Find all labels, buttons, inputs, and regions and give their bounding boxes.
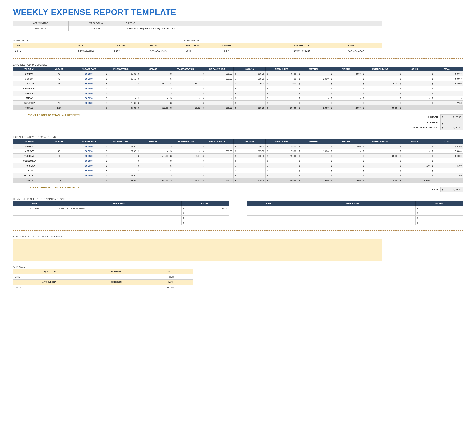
mileage-cell[interactable]: 0: [45, 154, 73, 159]
other-cell[interactable]: 45.00: [398, 163, 431, 168]
item-amount[interactable]: -: [181, 211, 229, 215]
other-cell[interactable]: -: [398, 72, 431, 76]
other-cell[interactable]: -: [398, 168, 431, 173]
item-desc[interactable]: [290, 211, 415, 215]
lodg-cell[interactable]: 165.00: [233, 149, 266, 154]
mileage-cell[interactable]: [45, 86, 73, 91]
meals-cell[interactable]: 120.00: [266, 154, 298, 159]
rental-cell[interactable]: -: [201, 96, 233, 101]
lodg-cell[interactable]: -: [233, 91, 266, 96]
week-start-value[interactable]: MM/DD/YY: [13, 26, 68, 31]
air-cell[interactable]: -: [137, 168, 169, 173]
park-cell[interactable]: -: [330, 173, 362, 178]
park-cell[interactable]: -: [330, 86, 362, 91]
trans-cell[interactable]: -: [169, 159, 201, 163]
mileage-cell[interactable]: 40: [45, 101, 73, 105]
meals-cell[interactable]: -: [266, 163, 298, 168]
supp-cell[interactable]: -: [298, 163, 330, 168]
title-value[interactable]: Sales Associate: [76, 48, 112, 53]
requested-by-name[interactable]: Bert D.: [13, 274, 85, 280]
lodg-cell[interactable]: 165.00: [233, 76, 266, 81]
park-cell[interactable]: -: [330, 81, 362, 86]
rental-cell[interactable]: -: [201, 91, 233, 96]
park-cell[interactable]: -: [330, 76, 362, 81]
rental-cell[interactable]: -: [201, 159, 233, 163]
park-cell[interactable]: -: [330, 168, 362, 173]
lodg-cell[interactable]: 200.00: [233, 154, 266, 159]
rental-cell[interactable]: -: [201, 86, 233, 91]
park-cell[interactable]: -: [330, 91, 362, 96]
item-desc[interactable]: [290, 221, 415, 225]
ent-cell[interactable]: -: [362, 163, 399, 168]
lodg-cell[interactable]: -: [233, 173, 266, 178]
phone-value[interactable]: XXX-XXX-XXXX: [148, 48, 184, 53]
ent-cell[interactable]: -: [362, 159, 399, 163]
park-cell[interactable]: -: [330, 101, 362, 105]
lodg-cell[interactable]: 150.00: [233, 72, 266, 76]
trans-cell[interactable]: -: [169, 86, 201, 91]
other-cell[interactable]: -: [398, 154, 431, 159]
meals-cell[interactable]: -: [266, 173, 298, 178]
rental-cell[interactable]: -: [201, 168, 233, 173]
lodg-cell[interactable]: -: [233, 96, 266, 101]
mileage-cell[interactable]: [45, 163, 73, 168]
other-cell[interactable]: -: [398, 81, 431, 86]
purpose-value[interactable]: Presentation and proposal delivery of Pr…: [124, 26, 382, 31]
trans-cell[interactable]: -: [169, 144, 201, 149]
meals-cell[interactable]: -: [266, 159, 298, 163]
item-date[interactable]: [13, 221, 56, 225]
mileage-cell[interactable]: 40: [45, 173, 73, 178]
meals-cell[interactable]: 73.00: [266, 76, 298, 81]
ent-cell[interactable]: -: [362, 144, 399, 149]
lodg-cell[interactable]: -: [233, 163, 266, 168]
ent-cell[interactable]: -: [362, 72, 399, 76]
rental-cell[interactable]: 300.00: [201, 72, 233, 76]
supp-cell[interactable]: -: [298, 159, 330, 163]
item-date[interactable]: [247, 215, 290, 221]
item-amount[interactable]: -: [415, 221, 463, 225]
ent-cell[interactable]: -: [362, 76, 399, 81]
lodg-cell[interactable]: -: [233, 159, 266, 163]
supp-cell[interactable]: -: [298, 86, 330, 91]
trans-cell[interactable]: -: [169, 149, 201, 154]
other-cell[interactable]: -: [398, 76, 431, 81]
trans-cell[interactable]: -: [169, 163, 201, 168]
lodg-cell[interactable]: -: [233, 86, 266, 91]
supp-cell[interactable]: -: [298, 96, 330, 101]
item-amount[interactable]: -: [415, 211, 463, 215]
item-amount[interactable]: -: [415, 206, 463, 211]
requested-by-sig[interactable]: [85, 274, 148, 280]
item-date[interactable]: [247, 206, 290, 211]
air-cell[interactable]: -: [137, 96, 169, 101]
item-desc[interactable]: Donation to client organization: [56, 206, 181, 211]
meals-cell[interactable]: 120.00: [266, 81, 298, 86]
meals-cell[interactable]: -: [266, 86, 298, 91]
other-cell[interactable]: -: [398, 144, 431, 149]
item-date[interactable]: [13, 215, 56, 221]
air-cell[interactable]: -: [137, 159, 169, 163]
approved-by-date[interactable]: xx/xx/xx: [148, 285, 193, 290]
rental-cell[interactable]: -: [201, 81, 233, 86]
ent-cell[interactable]: -: [362, 149, 399, 154]
mileage-cell[interactable]: 40: [45, 72, 73, 76]
lodg-cell[interactable]: -: [233, 168, 266, 173]
item-date[interactable]: [13, 211, 56, 215]
item-amount[interactable]: -: [415, 215, 463, 221]
name-value[interactable]: Bert D.: [13, 48, 76, 53]
item-desc[interactable]: [290, 206, 415, 211]
mileage-cell[interactable]: [45, 168, 73, 173]
lodg-cell[interactable]: 200.00: [233, 81, 266, 86]
lodg-cell[interactable]: 150.00: [233, 144, 266, 149]
meals-cell[interactable]: -: [266, 168, 298, 173]
rental-cell[interactable]: 300.00: [201, 144, 233, 149]
dept-value[interactable]: Sales: [112, 48, 148, 53]
air-cell[interactable]: 550.00: [137, 154, 169, 159]
rental-cell[interactable]: 300.00: [201, 76, 233, 81]
supp-cell[interactable]: 20.00: [298, 149, 330, 154]
manager-phone-value[interactable]: XXX-XXX-XXXX: [346, 48, 382, 53]
park-cell[interactable]: 20.00: [330, 72, 362, 76]
mileage-cell[interactable]: [45, 91, 73, 96]
manager-value[interactable]: Nora W.: [220, 48, 292, 53]
air-cell[interactable]: -: [137, 163, 169, 168]
other-cell[interactable]: -: [398, 91, 431, 96]
